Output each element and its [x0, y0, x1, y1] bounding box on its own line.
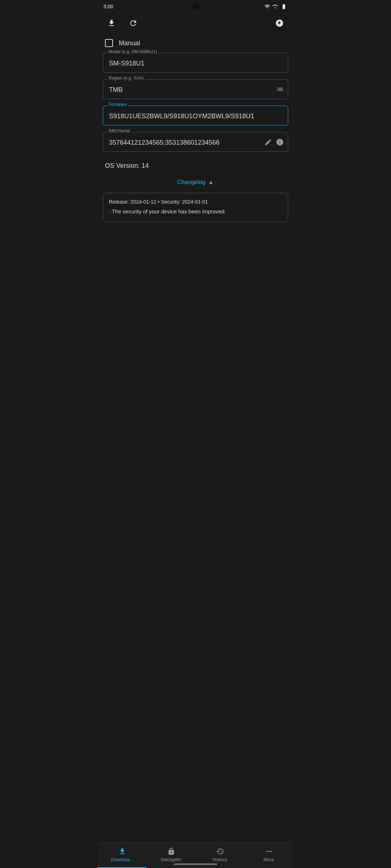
region-input[interactable] [103, 79, 288, 99]
changelog-button[interactable]: Changelog ▲ [98, 175, 293, 189]
manual-label: Manual [119, 39, 140, 47]
firmware-input[interactable] [103, 106, 288, 125]
wifi-icon [264, 4, 270, 9]
download-button[interactable] [105, 17, 118, 30]
top-bar [98, 13, 293, 33]
top-bar-left [105, 17, 140, 30]
status-icons [264, 4, 287, 9]
changelog-arrow: ▲ [208, 179, 214, 186]
signal-icon [272, 4, 278, 9]
changelog-content: Release: 2024-01-12 • Security: 2024-01-… [103, 193, 288, 222]
imei-field-wrapper: IMEI/Serial [103, 132, 288, 152]
imei-action-icons [264, 138, 284, 146]
info-icon[interactable] [276, 138, 284, 146]
download-icon [107, 19, 116, 27]
camera-notch [192, 3, 199, 10]
refresh-icon [129, 19, 138, 27]
region-input-container [103, 79, 288, 99]
imei-input[interactable] [103, 132, 288, 152]
region-field-wrapper: Region (e.g. XAA) [103, 79, 288, 99]
changelog-text: · The security of your device has been i… [109, 208, 282, 216]
block-icon [275, 19, 284, 27]
firmware-field-wrapper: Firmware [103, 106, 288, 125]
form-section: Model (e.g. SM-N986U1) Region (e.g. XAA)… [98, 53, 293, 152]
battery-icon [280, 4, 287, 9]
imei-label: IMEI/Serial [107, 128, 131, 133]
firmware-label: Firmware [107, 102, 128, 107]
changelog-release: Release: 2024-01-12 • Security: 2024-01-… [109, 199, 282, 205]
imei-input-container [103, 132, 288, 152]
refresh-button[interactable] [127, 17, 140, 30]
manual-checkbox[interactable] [105, 39, 113, 47]
model-field-wrapper: Model (e.g. SM-N986U1) [103, 53, 288, 73]
block-button[interactable] [273, 17, 286, 30]
model-input[interactable] [103, 53, 288, 73]
region-label: Region (e.g. XAA) [107, 76, 145, 81]
list-icon [276, 85, 284, 93]
model-label: Model (e.g. SM-N986U1) [107, 49, 158, 54]
status-time: 5:00 [104, 4, 113, 9]
edit-icon[interactable] [264, 138, 272, 146]
region-list-icon[interactable] [276, 85, 284, 93]
os-version: OS Version: 14 [98, 158, 293, 175]
changelog-label: Changelog [177, 179, 205, 186]
